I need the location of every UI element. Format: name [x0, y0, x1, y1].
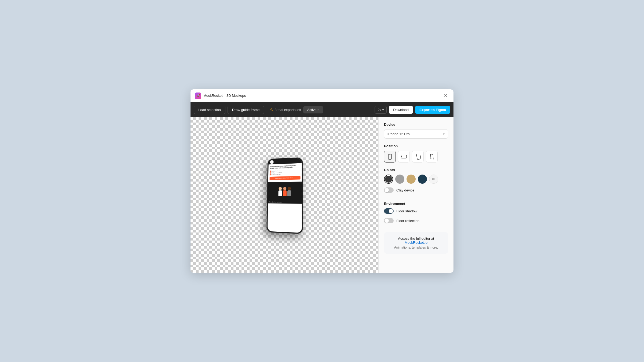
device-selector[interactable]: iPhone 12 Pro ▾ [384, 129, 448, 139]
figure-head [283, 187, 286, 190]
figure-head [287, 187, 291, 190]
clay-device-row: Clay device [384, 187, 448, 193]
environment-section-label: Environment [384, 202, 448, 206]
position-tilt-button[interactable] [412, 151, 424, 162]
promo-box: Access the full editor at MockRocket.io … [384, 232, 448, 254]
load-selection-button[interactable]: Load selection [194, 106, 225, 114]
screen-illustration [268, 182, 302, 201]
colors-row: ✏ [384, 175, 448, 184]
sidebar: Device iPhone 12 Pro ▾ Position [378, 117, 453, 273]
trial-text: 8 trial exports left [275, 108, 301, 112]
export-figma-button[interactable]: Export to Figma [415, 106, 450, 114]
device-section-label: Device [384, 123, 448, 127]
svg-rect-3 [401, 156, 402, 157]
title-bar: 🚀 MockRocket – 3D Mockups ✕ [191, 89, 453, 102]
toggle-knob [385, 219, 389, 223]
color-custom-picker[interactable]: ✏ [429, 175, 438, 184]
phone-tilt-icon [415, 154, 421, 160]
figure-3 [287, 187, 291, 196]
position-perspective-button[interactable] [426, 151, 438, 162]
phone-mockup: t A UI/UX design subscription so good it… [266, 157, 303, 234]
illustration-figures [278, 187, 291, 196]
promo-link[interactable]: MockRocket.io [405, 241, 427, 245]
promo-sub: Animations, templates & more. [388, 246, 444, 249]
screen-checklist: No hiring headaches Weekly turnaround ti… [269, 170, 300, 176]
warning-icon: ⚠ [269, 107, 273, 112]
figure-2 [283, 187, 286, 196]
activate-button[interactable]: Activate [303, 106, 323, 113]
phone-landscape-icon [401, 154, 407, 160]
main-area: t A UI/UX design subscription so good it… [191, 117, 453, 273]
phone-screen: t A UI/UX design subscription so good it… [267, 158, 302, 233]
checklist-item: One flat monthly rate [269, 173, 300, 176]
scale-chevron-icon: ▾ [382, 108, 384, 111]
floor-reflection-toggle[interactable] [384, 218, 394, 223]
toggle-knob [385, 188, 389, 192]
close-button[interactable]: ✕ [442, 92, 449, 99]
check-dot-icon [269, 172, 271, 174]
color-navy-swatch[interactable] [418, 175, 427, 184]
clay-device-label: Clay device [396, 188, 414, 192]
position-landscape-button[interactable] [398, 151, 410, 162]
promo-static-text: Access the full editor at [398, 237, 434, 241]
figure-1 [278, 187, 282, 196]
color-dark-swatch[interactable] [384, 175, 393, 184]
app-logo: 🚀 [195, 93, 201, 99]
toggle-knob [389, 209, 393, 213]
clay-device-toggle[interactable] [384, 187, 394, 193]
check-dot-icon [269, 174, 271, 176]
download-button[interactable]: Download [389, 106, 413, 114]
floor-reflection-row: Floor reflection [384, 218, 448, 223]
divider-2 [384, 228, 448, 228]
svg-rect-1 [389, 154, 390, 154]
trial-badge: ⚠ 8 trial exports left [269, 107, 301, 112]
device-chevron-icon: ▾ [443, 132, 445, 136]
scale-value: 2x [378, 108, 381, 112]
phone-perspective-icon [429, 154, 435, 160]
svg-rect-4 [416, 154, 421, 160]
svg-rect-2 [401, 155, 407, 158]
figure-head [279, 187, 282, 190]
screen-footer-text: We helped our customers [269, 201, 300, 203]
floor-shadow-row: Floor shadow [384, 208, 448, 214]
color-gold-swatch[interactable] [407, 175, 416, 184]
phone-body: t A UI/UX design subscription so good it… [266, 157, 303, 234]
phone-straight-icon [387, 154, 393, 160]
figure-body [287, 190, 291, 196]
position-section-label: Position [384, 144, 448, 148]
color-gray-swatch[interactable] [395, 175, 404, 184]
canvas-area[interactable]: t A UI/UX design subscription so good it… [191, 117, 378, 273]
scale-selector[interactable]: 2x ▾ [375, 106, 387, 114]
figure-body [283, 190, 286, 196]
floor-shadow-toggle[interactable] [384, 208, 394, 214]
window-title: MockRocket – 3D Mockups [203, 94, 442, 98]
promo-text: Access the full editor at MockRocket.io [388, 237, 444, 245]
phone-notch [278, 158, 291, 163]
figure-body [278, 190, 282, 196]
check-dot-icon [269, 171, 271, 172]
screen-headline: A UI/UX design subscription so good it s… [270, 165, 300, 169]
screen-cta: START YOUR RISK-FREE TRIAL → [269, 176, 300, 180]
draw-guide-frame-button[interactable]: Draw guide frame [228, 106, 264, 114]
floor-reflection-label: Floor reflection [396, 219, 419, 223]
svg-rect-0 [388, 154, 391, 160]
position-options [384, 151, 448, 162]
screen-content: A UI/UX design subscription so good it s… [268, 163, 302, 182]
toolbar: Load selection Draw guide frame ⚠ 8 tria… [191, 102, 453, 117]
app-window: 🚀 MockRocket – 3D Mockups ✕ Load selecti… [191, 89, 453, 273]
position-straight-button[interactable] [384, 151, 396, 162]
screen-logo: t [270, 160, 273, 164]
screen-footer: We helped our customers [268, 201, 302, 204]
colors-section-label: Colors [384, 168, 448, 172]
floor-shadow-label: Floor shadow [396, 209, 417, 213]
divider-1 [384, 197, 448, 197]
device-name: iPhone 12 Pro [387, 132, 409, 136]
